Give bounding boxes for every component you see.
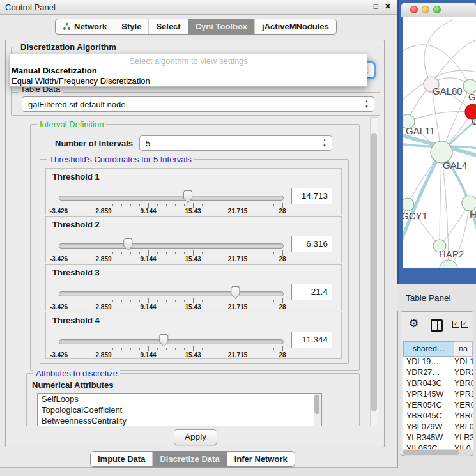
control-panel-tabbar: NetworkStyleSelectCyni ToolboxjActiveMNo… bbox=[55, 19, 337, 35]
scrollbar-thumb[interactable] bbox=[371, 133, 377, 411]
table-row[interactable]: YDL19…YDL1 bbox=[403, 357, 473, 367]
settings-vertical-scrollbar[interactable] bbox=[370, 117, 378, 426]
threshold-value-field[interactable]: 6.316 bbox=[291, 236, 332, 252]
cell-shared-name: YBR045C bbox=[403, 411, 454, 422]
split-columns-icon[interactable] bbox=[431, 319, 443, 332]
cyni-bottom-tabbar: Impute DataDiscretize DataInfer Network bbox=[90, 451, 295, 467]
slider-thumb[interactable] bbox=[159, 334, 169, 347]
dropdown-prompt-option[interactable]: Select algorithm to view settings bbox=[10, 56, 367, 66]
tab-select[interactable]: Select bbox=[148, 19, 187, 34]
slider-thumb[interactable] bbox=[123, 238, 133, 251]
threshold-value-field[interactable]: 21.4 bbox=[291, 284, 332, 300]
minimize-window-icon[interactable] bbox=[422, 6, 429, 13]
tab-label: Infer Network bbox=[234, 454, 288, 464]
attribute-item-betweennesscentrality[interactable]: BetweennessCentrality bbox=[38, 415, 321, 426]
network-canvas[interactable]: GAL80GACGAL11GAL4GCY1HHAP2 bbox=[403, 17, 476, 268]
attribute-item-topologicalcoefficient[interactable]: TopologicalCoefficient bbox=[38, 404, 321, 415]
cell-shared-name: YLR345W bbox=[403, 433, 454, 443]
slider-track[interactable] bbox=[59, 291, 284, 296]
slider-thumb-face bbox=[160, 335, 168, 346]
zoom-window-icon[interactable] bbox=[433, 6, 441, 13]
threshold-slider[interactable]: -3.4262.8599.14415.4321.71528 bbox=[59, 169, 282, 215]
threshold-value-field[interactable]: 11.344 bbox=[291, 332, 332, 348]
tab-impute-data[interactable]: Impute Data bbox=[91, 452, 152, 466]
table-horizontal-scrollbar[interactable] bbox=[403, 449, 473, 456]
table-row[interactable]: YBR043CYBR0 bbox=[403, 378, 473, 389]
stepper-icon[interactable]: ▲▼ bbox=[321, 137, 328, 149]
numerical-attributes-list: SelfLoopsTopologicalCoefficientBetweenne… bbox=[37, 393, 322, 426]
network-node-label: HAP2 bbox=[439, 249, 464, 259]
table-row[interactable]: YPR145WYPR1 bbox=[403, 389, 473, 400]
cell-name: YBL0 bbox=[454, 422, 473, 433]
slider-thumb-face bbox=[231, 287, 240, 298]
apply-button[interactable]: Apply bbox=[174, 429, 217, 445]
attribute-item-selfloops[interactable]: SelfLoops bbox=[38, 394, 321, 404]
table-header-row: shared… na bbox=[403, 341, 473, 357]
dropdown-option-equal-width-frequency-discretization[interactable]: Equal Width/Frequency Discretization bbox=[10, 76, 367, 86]
network-node[interactable] bbox=[440, 260, 457, 268]
table-row[interactable]: YBL079WYBL0 bbox=[403, 422, 473, 433]
attributes-group: Attributes to discretize Numerical Attri… bbox=[26, 373, 360, 426]
threshold-slider[interactable]: -3.4262.8599.14415.4321.71528 bbox=[59, 217, 282, 263]
dropdown-option-manual-discretization[interactable]: Manual Discretization bbox=[10, 66, 367, 76]
table-row[interactable]: YIL052CYIL0 bbox=[403, 443, 473, 449]
network-node-label: GAL80 bbox=[433, 86, 463, 96]
slider-track[interactable] bbox=[59, 243, 284, 249]
threshold-coordinates-group: Threshold's Coordinates for 5 Intervals … bbox=[40, 159, 349, 364]
tab-infer-network[interactable]: Infer Network bbox=[227, 452, 295, 466]
threshold-value-field[interactable]: 14.713 bbox=[291, 188, 332, 204]
checkbox-icon[interactable]: ✓ bbox=[461, 321, 468, 328]
tab-network[interactable]: Network bbox=[56, 19, 114, 34]
numerical-attributes-label: Numerical Attributes bbox=[32, 380, 113, 390]
network-node-label: C bbox=[472, 116, 476, 127]
number-of-intervals-value: 5 bbox=[146, 139, 150, 148]
close-panel-icon[interactable]: ✕ bbox=[385, 2, 391, 11]
network-node-gcy1[interactable] bbox=[403, 198, 414, 211]
cell-name: YBR0 bbox=[454, 378, 473, 389]
threshold-slider[interactable]: -3.4262.8599.14415.4321.71528 bbox=[59, 265, 282, 311]
cell-name: YDR2 bbox=[454, 367, 473, 378]
column-header-name[interactable]: na bbox=[454, 341, 473, 357]
slider-track[interactable] bbox=[59, 196, 284, 201]
cell-shared-name: YDL19… bbox=[403, 357, 454, 367]
network-node-label: GCY1 bbox=[403, 210, 427, 221]
table-panel-title: Table Panel bbox=[406, 293, 451, 303]
slider-tick-labels: -3.4262.8599.14415.4321.71528 bbox=[59, 351, 282, 358]
scrollbar-thumb[interactable] bbox=[403, 450, 459, 455]
table-rows: YDL19…YDL1YDR27…YDR2YBR043CYBR0YPR145WYP… bbox=[403, 357, 473, 449]
slider-thumb[interactable] bbox=[183, 190, 193, 203]
table-data-group: Table Data galFiltered.sif default node … bbox=[11, 89, 380, 116]
discretization-algorithm-group-title: Discretization Algorithm bbox=[18, 42, 119, 52]
tab-discretize-data[interactable]: Discretize Data bbox=[152, 452, 226, 466]
tab-label: Select bbox=[156, 22, 180, 31]
float-window-icon[interactable]: □ bbox=[374, 2, 378, 11]
table-row[interactable]: YER054CYER0 bbox=[403, 400, 473, 411]
column-header-shared-name[interactable]: shared… bbox=[403, 341, 454, 357]
cyni-toolbox-content: Discretization Algorithm ▲▼ Select algor… bbox=[5, 40, 385, 447]
slider-track[interactable] bbox=[59, 339, 284, 344]
gear-icon[interactable]: ⚙ bbox=[409, 317, 418, 330]
cell-name: YER0 bbox=[454, 400, 473, 411]
table-row[interactable]: YDR27…YDR2 bbox=[403, 367, 473, 378]
network-node-label: GAL11 bbox=[406, 125, 435, 136]
threshold-2-box: Threshold 2-3.4262.8599.14415.4321.71528… bbox=[45, 216, 342, 263]
tab-jactivemnodules[interactable]: jActiveMNodules bbox=[254, 19, 336, 34]
stepper-icon[interactable]: ▲▼ bbox=[364, 98, 370, 110]
table-data-combobox[interactable]: galFiltered.sif default node ▲▼ bbox=[22, 96, 374, 112]
tab-cyni-toolbox[interactable]: Cyni Toolbox bbox=[188, 19, 254, 34]
table-row[interactable]: YBR045CYBR0 bbox=[403, 411, 473, 422]
threshold-slider[interactable]: -3.4262.8599.14415.4321.71528 bbox=[59, 312, 282, 358]
slider-thumb[interactable] bbox=[231, 286, 240, 299]
tab-label: Impute Data bbox=[98, 454, 145, 464]
attributes-list-scrollbar[interactable] bbox=[314, 394, 321, 426]
tab-label: Network bbox=[74, 22, 107, 31]
checkbox-icon[interactable]: ✓ bbox=[452, 321, 459, 328]
network-node-label: H bbox=[470, 209, 476, 220]
control-panel-title: Control Panel bbox=[5, 3, 56, 12]
table-row[interactable]: YLR345WYLR3 bbox=[403, 433, 473, 443]
close-window-icon[interactable] bbox=[410, 6, 418, 13]
tab-style[interactable]: Style bbox=[114, 19, 148, 34]
number-of-intervals-combobox[interactable]: 5 ▲▼ bbox=[139, 135, 332, 151]
scrollbar-thumb[interactable] bbox=[314, 395, 319, 414]
slider-tick-labels: -3.4262.8599.14415.4321.71528 bbox=[59, 208, 282, 215]
